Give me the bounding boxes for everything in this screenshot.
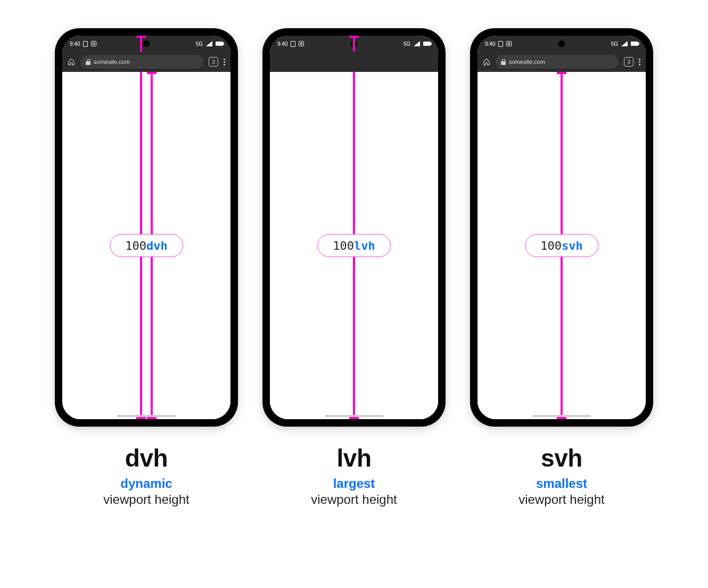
- overflow-menu-icon[interactable]: [224, 59, 225, 66]
- phone-screen: 9:40 5G: [62, 36, 230, 419]
- chip-icon: [506, 41, 512, 46]
- unit-title: lvh: [311, 444, 397, 472]
- address-bar[interactable]: somesite.com: [80, 55, 203, 69]
- chip-icon: [91, 41, 96, 46]
- column-dvh: 9:40 5G: [56, 29, 237, 508]
- status-bar: 9:40 5G: [62, 36, 230, 52]
- pill-unit: lvh: [354, 239, 375, 252]
- status-time: 9:40: [485, 41, 495, 47]
- home-icon[interactable]: [68, 58, 75, 66]
- lock-icon: [501, 59, 506, 65]
- pill-value: 100: [540, 239, 562, 252]
- page-viewport: 100dvh: [62, 72, 230, 419]
- phone-screen: 9:40 5G: [478, 36, 646, 419]
- pill-value: 100: [125, 239, 146, 252]
- tab-count[interactable]: 3: [209, 57, 218, 67]
- caption: dvh dynamic viewport height: [103, 444, 189, 508]
- page-viewport: 100svh: [478, 72, 646, 419]
- chip-icon: [299, 41, 304, 46]
- unit-adjective: dynamic: [120, 476, 172, 491]
- document-icon: [498, 41, 503, 47]
- status-time: 9:40: [70, 41, 80, 47]
- measure-line: [353, 36, 355, 419]
- overflow-menu-icon[interactable]: [639, 59, 640, 66]
- signal-icon: [414, 41, 420, 46]
- unit-title: dvh: [103, 444, 189, 472]
- battery-icon: [423, 42, 431, 46]
- url-text: somesite.com: [509, 59, 545, 65]
- phone-frame: 9:40 5G: [56, 29, 237, 426]
- network-label: 5G: [611, 41, 618, 47]
- measurement-pill: 100dvh: [110, 234, 183, 257]
- unit-title: svh: [518, 444, 604, 472]
- gesture-bar: [532, 415, 591, 417]
- address-bar[interactable]: somesite.com: [496, 55, 619, 69]
- lock-icon: [86, 59, 90, 65]
- tab-count[interactable]: 3: [624, 57, 633, 67]
- pill-unit: svh: [562, 239, 583, 252]
- unit-adjective: largest: [333, 476, 375, 491]
- status-bar: 9:40 5G: [270, 36, 438, 52]
- gesture-bar: [117, 415, 176, 417]
- pill-unit: dvh: [146, 239, 168, 252]
- page-viewport: 100lvh: [270, 72, 438, 419]
- signal-icon: [206, 41, 212, 46]
- browser-toolbar: somesite.com 3: [62, 52, 230, 72]
- unit-rest: viewport height: [103, 492, 189, 507]
- phone-screen: 9:40 5G: [270, 36, 438, 419]
- camera-cutout: [350, 40, 358, 47]
- network-label: 5G: [404, 41, 410, 47]
- measurement-pill: 100lvh: [317, 234, 391, 257]
- phone-frame: 9:40 5G: [471, 29, 652, 426]
- status-time: 9:40: [277, 41, 287, 47]
- url-text: somesite.com: [94, 59, 130, 65]
- caption: lvh largest viewport height: [311, 444, 397, 508]
- status-bar: 9:40 5G: [478, 36, 646, 52]
- document-icon: [83, 41, 88, 47]
- document-icon: [291, 41, 295, 47]
- column-svh: 9:40 5G: [471, 29, 652, 508]
- browser-toolbar: somesite.com 3: [478, 52, 646, 72]
- camera-cutout: [143, 40, 150, 47]
- unit-adjective: smallest: [536, 476, 587, 491]
- diagram-row: 9:40 5G: [56, 29, 652, 508]
- battery-icon: [216, 42, 223, 46]
- home-icon[interactable]: [483, 58, 490, 66]
- unit-rest: viewport height: [518, 492, 604, 507]
- gesture-bar: [325, 415, 383, 417]
- measure-line-lvh: [140, 36, 142, 419]
- measurement-pill: 100svh: [525, 234, 598, 257]
- caption: svh smallest viewport height: [518, 444, 604, 508]
- unit-rest: viewport height: [311, 492, 397, 507]
- signal-icon: [621, 41, 628, 46]
- column-lvh: 9:40 5G: [264, 29, 444, 508]
- phone-frame: 9:40 5G: [264, 29, 444, 426]
- pill-value: 100: [333, 239, 354, 252]
- camera-cutout: [558, 40, 565, 47]
- network-label: 5G: [196, 41, 203, 47]
- battery-icon: [631, 42, 638, 46]
- browser-toolbar-collapsed: [270, 52, 438, 72]
